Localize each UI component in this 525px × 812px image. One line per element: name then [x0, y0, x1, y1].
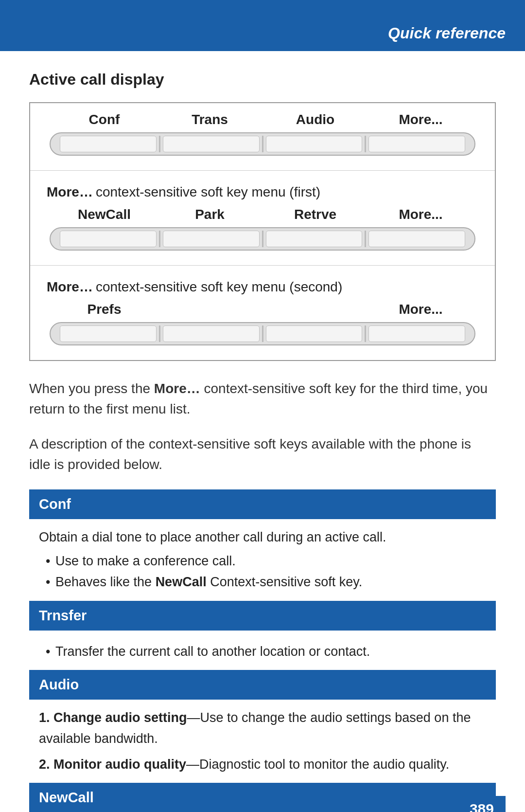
trnsfer-bullet-1: Transfer the current call to another loc… [44, 641, 486, 662]
sk-seg [60, 325, 157, 342]
sk-seg [163, 231, 260, 247]
context-text-2: context-sensitive soft key menu (second) [96, 279, 342, 295]
softkey-bar-3 [50, 322, 475, 345]
sk-seg [163, 325, 260, 342]
ref-header-audio-right [286, 670, 496, 700]
conf-bullet-2: Behaves like the NewCall Context-sensiti… [44, 572, 486, 593]
sk-seg [60, 231, 157, 247]
softkey-labels-1: Conf Trans Audio More... [42, 112, 483, 127]
ref-header-conf-left: Conf [29, 489, 286, 519]
label-empty2 [262, 302, 368, 317]
sk-div [159, 136, 160, 152]
label-conf: Conf [52, 112, 157, 127]
label-prefs: Prefs [52, 302, 157, 317]
sk-seg [266, 325, 363, 342]
softkey-row-1: Conf Trans Audio More... [30, 103, 495, 171]
context-text-1: context-sensitive soft key menu (first) [96, 184, 320, 200]
trnsfer-bullets: Transfer the current call to another loc… [44, 641, 486, 662]
sk-div [262, 136, 263, 152]
sk-seg [368, 325, 465, 342]
label-more3: More... [368, 302, 473, 317]
label-more2: More... [368, 207, 473, 222]
audio-line-1: 1. Change audio setting—Use to change th… [39, 707, 486, 749]
ref-row-conf-content: Obtain a dial tone to place another call… [29, 519, 496, 601]
ref-header-trnsfer-right [286, 601, 496, 631]
page-number: 389 [458, 796, 506, 812]
ref-content-conf: Obtain a dial tone to place another call… [29, 519, 496, 601]
main-content: Active call display Conf Trans Audio Mor… [0, 51, 525, 812]
softkey-labels-3: Prefs More... [42, 302, 483, 317]
ref-row-trnsfer-header: Trnsfer [29, 601, 496, 631]
more-label-1: More… context-sensitive soft key menu (f… [42, 180, 483, 200]
softkey-bar-2 [50, 227, 475, 251]
audio-line-2: 2. Monitor audio quality—Diagnostic tool… [39, 754, 486, 775]
label-empty1 [157, 302, 262, 317]
sk-seg [60, 136, 157, 152]
header-bar: Quick reference [0, 0, 525, 51]
sk-div [365, 136, 366, 152]
ref-row-conf-header: Conf [29, 489, 496, 519]
label-audio: Audio [262, 112, 368, 127]
more-bold-2: More… [47, 279, 93, 295]
sk-div [365, 231, 366, 247]
ref-header-conf-right [286, 489, 496, 519]
ref-header-newcall-left: NewCall [29, 783, 286, 812]
sk-div [365, 325, 366, 342]
ref-row-audio-header: Audio [29, 670, 496, 700]
sk-div [159, 231, 160, 247]
sk-seg [368, 136, 465, 152]
page-header-title: Quick reference [388, 24, 506, 42]
ref-content-audio: 1. Change audio setting—Use to change th… [29, 700, 496, 783]
label-newcall: NewCall [52, 207, 157, 222]
label-more1: More... [368, 112, 473, 127]
ref-row-trnsfer-content: Transfer the current call to another loc… [29, 631, 496, 670]
softkey-bar-1 [50, 132, 475, 156]
more-label-2: More… context-sensitive soft key menu (s… [42, 274, 483, 295]
sk-div [262, 231, 263, 247]
ref-header-trnsfer-left: Trnsfer [29, 601, 286, 631]
ref-row-newcall-header: NewCall [29, 783, 496, 812]
reference-table: Conf Obtain a dial tone to place another… [29, 489, 496, 812]
sk-seg [368, 231, 465, 247]
ref-row-audio-content: 1. Change audio setting—Use to change th… [29, 700, 496, 783]
softkey-labels-2: NewCall Park Retrve More... [42, 207, 483, 222]
sk-seg [163, 136, 260, 152]
label-park: Park [157, 207, 262, 222]
paragraph-1: When you press the More… context-sensiti… [29, 379, 496, 419]
conf-bullet-1: Use to make a conference call. [44, 551, 486, 572]
ref-header-audio-left: Audio [29, 670, 286, 700]
sk-seg [266, 136, 363, 152]
softkey-row-3: More… context-sensitive soft key menu (s… [30, 266, 495, 360]
ref-content-trnsfer: Transfer the current call to another loc… [29, 631, 496, 670]
label-retrve: Retrve [262, 207, 368, 222]
sk-div [262, 325, 263, 342]
sk-div [159, 325, 160, 342]
paragraph-2: A description of the context-sensitive s… [29, 434, 496, 475]
sk-seg [266, 231, 363, 247]
conf-bullets: Use to make a conference call. Behaves l… [44, 551, 486, 593]
section-title: Active call display [29, 71, 496, 89]
label-trans: Trans [157, 112, 262, 127]
more-bold-1: More… [47, 184, 93, 200]
softkey-row-2: More… context-sensitive soft key menu (f… [30, 171, 495, 266]
call-display-diagram: Conf Trans Audio More... More… context-s… [29, 102, 496, 361]
